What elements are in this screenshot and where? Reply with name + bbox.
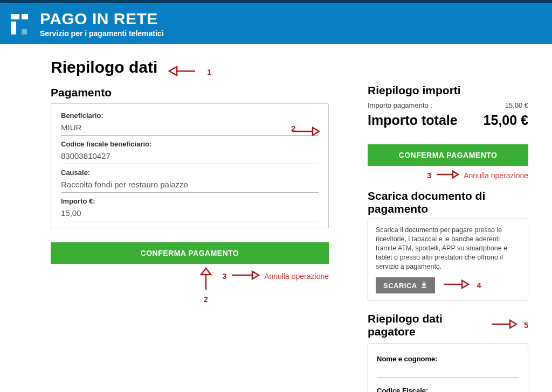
summary-row-value: 15,00 €	[505, 101, 528, 109]
app-subtitle: Servizio per i pagamenti telematici	[40, 29, 164, 38]
callout-5: 5	[524, 321, 528, 330]
download-box: Scarica il documento per pagare presso l…	[368, 219, 528, 300]
svg-rect-2	[11, 22, 16, 34]
callout-2-right-num: 2	[291, 124, 295, 133]
callout-3-right: 3	[427, 171, 431, 180]
callout-3-left: 3	[222, 272, 226, 281]
svg-rect-0	[11, 14, 19, 19]
download-description: Scarica il documento per pagare presso l…	[376, 226, 520, 271]
app-logo	[10, 13, 32, 36]
download-button-label: SCARICA	[383, 282, 417, 290]
payer-section-label: Riepilogo dati pagatore	[368, 312, 484, 338]
total-value: 15,00 €	[484, 113, 528, 128]
page-title: Riepilogo dati	[51, 58, 157, 76]
arrow-right-icon	[436, 169, 459, 182]
arrow-right-icon	[231, 269, 260, 283]
reason-value: Raccolta fondi per restauro palazzo	[61, 177, 319, 193]
download-icon	[420, 281, 427, 290]
summary-section-label: Riepilogo importi	[368, 84, 528, 97]
arrow-left-icon	[167, 64, 197, 81]
arrow-right-icon	[491, 318, 518, 332]
beneficiary-label: Beneficiario:	[61, 111, 319, 120]
payment-section-label: Pagamento	[51, 86, 329, 99]
arrow-right-icon	[443, 278, 470, 292]
summary-row-label: Importo pagamento :	[368, 101, 432, 109]
payer-name-label: Nome e cognome:	[377, 355, 519, 363]
callout-1: 1	[207, 68, 211, 76]
amount-label: Importo €:	[61, 197, 319, 205]
app-title: PAGO IN RETE	[40, 11, 164, 27]
confirm-payment-button[interactable]: CONFERMA PAGAMENTO	[51, 242, 329, 264]
download-section-label: Scarica documento di pagamento	[368, 190, 528, 215]
tax-code-label: Codice fiscale beneficiario:	[61, 140, 319, 148]
beneficiary-value: MIUR	[61, 120, 319, 136]
confirm-payment-button-right[interactable]: CONFERMA PAGAMENTO	[368, 144, 528, 166]
app-header: PAGO IN RETE Servizio per i pagamenti te…	[0, 3, 552, 44]
total-label: Importo totale	[368, 113, 458, 128]
svg-rect-3	[22, 29, 27, 34]
amount-value: 15,00	[61, 205, 319, 221]
cancel-operation-link[interactable]: Annulla operazione	[264, 272, 329, 281]
cancel-operation-link-right[interactable]: Annulla operazione	[464, 171, 528, 180]
download-button[interactable]: SCARICA	[376, 277, 435, 293]
tax-code-value: 83003810427	[61, 148, 319, 164]
callout-2-left: 2	[204, 295, 208, 304]
payment-card: Beneficiario: MIUR Codice fiscale benefi…	[51, 103, 329, 228]
reason-label: Causale:	[61, 169, 319, 177]
payer-name-line	[377, 366, 519, 378]
callout-2-right	[291, 124, 320, 140]
svg-rect-1	[22, 14, 28, 19]
payer-taxcode-label: Codice Fiscale:	[377, 387, 519, 392]
callout-4: 4	[477, 281, 481, 290]
arrow-up-icon	[198, 267, 214, 293]
payer-box: Nome e cognome: Codice Fiscale:	[368, 344, 528, 392]
